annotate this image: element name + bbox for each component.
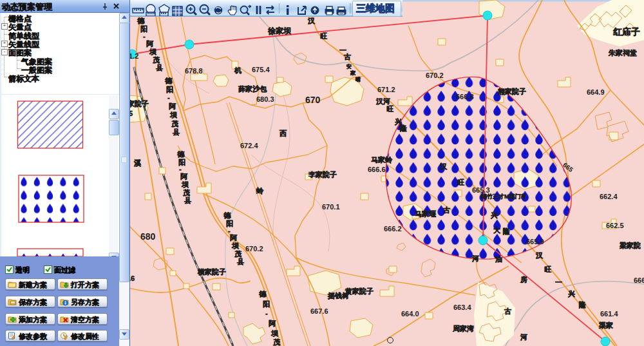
svg-text:汉: 汉 — [307, 17, 316, 24]
svg-text:茂: 茂 — [183, 189, 190, 197]
svg-text:坝: 坝 — [181, 180, 189, 188]
svg-text:680: 680 — [140, 231, 156, 242]
svg-text:古: 古 — [343, 53, 351, 61]
svg-text:德: 德 — [176, 150, 185, 158]
svg-text:隆: 隆 — [579, 301, 586, 309]
svg-text:662.5: 662.5 — [606, 222, 624, 229]
svg-text:茂: 茂 — [153, 56, 160, 64]
svg-text:德: 德 — [137, 17, 145, 24]
svg-text:古: 古 — [504, 307, 511, 315]
svg-text:西: 西 — [279, 130, 287, 137]
svg-text:隆: 隆 — [503, 227, 510, 235]
svg-text:阳: 阳 — [166, 86, 173, 93]
svg-text:-: - — [265, 309, 268, 317]
svg-text:阿: 阿 — [230, 234, 238, 242]
svg-text:661.4: 661.4 — [600, 310, 618, 318]
svg-text:横家院子: 横家院子 — [197, 267, 226, 276]
svg-text:河: 河 — [471, 255, 479, 262]
svg-text:兴: 兴 — [567, 290, 575, 298]
svg-text:666.6: 666.6 — [368, 166, 386, 173]
svg-text:朱家祠堂: 朱家祠堂 — [608, 49, 637, 57]
svg-text:县: 县 — [156, 64, 163, 72]
svg-text:旺: 旺 — [457, 178, 464, 186]
svg-text:油: 油 — [495, 255, 502, 263]
svg-text:坝: 坝 — [270, 329, 278, 337]
svg-text:-: - — [179, 165, 182, 173]
svg-text:678.8: 678.8 — [185, 67, 203, 75]
svg-text:机: 机 — [234, 66, 242, 74]
svg-text:667.6: 667.6 — [310, 307, 328, 315]
svg-text:662.4: 662.4 — [600, 193, 618, 200]
svg-text:茂: 茂 — [234, 250, 242, 258]
svg-text:红庙子: 红庙子 — [612, 26, 640, 37]
svg-text:坝: 坝 — [169, 111, 177, 119]
svg-text:664.0: 664.0 — [401, 310, 419, 318]
svg-text:熊家院子: 熊家院子 — [498, 87, 526, 96]
svg-text:旺: 旺 — [386, 105, 393, 113]
svg-text:一: 一 — [555, 278, 562, 286]
svg-text:670.1: 670.1 — [322, 203, 340, 211]
svg-text:672.4: 672.4 — [240, 142, 258, 149]
svg-text:汉河: 汉河 — [375, 97, 390, 105]
svg-text:汉: 汉 — [535, 251, 544, 259]
svg-text:县: 县 — [184, 197, 191, 204]
svg-text:家: 家 — [350, 70, 356, 76]
svg-text:茂: 茂 — [273, 338, 280, 346]
svg-text:安: 安 — [346, 63, 352, 70]
svg-text:阿: 阿 — [269, 320, 276, 327]
svg-text:阿: 阿 — [146, 40, 154, 48]
svg-text:680.3: 680.3 — [256, 95, 274, 103]
svg-text:徐家坝: 徐家坝 — [267, 26, 291, 35]
svg-text:河: 河 — [520, 333, 527, 341]
svg-text:665.3: 665.3 — [472, 186, 490, 194]
svg-text:茂: 茂 — [171, 120, 178, 128]
svg-text:坝: 坝 — [231, 242, 239, 249]
svg-text:旺: 旺 — [320, 32, 327, 40]
svg-text:隆: 隆 — [400, 124, 407, 132]
svg-text:绵竹三才M花门市: 绵竹三才M花门市 — [481, 193, 527, 200]
svg-text:坝: 坝 — [149, 48, 156, 55]
svg-text:李家院子: 李家院子 — [308, 170, 337, 178]
svg-text:县: 县 — [237, 258, 244, 265]
svg-text:阳: 阳 — [263, 300, 270, 308]
svg-text:梁家院: 梁家院 — [620, 241, 641, 249]
svg-text:666: 666 — [634, 276, 644, 284]
svg-text:兴: 兴 — [490, 211, 498, 219]
svg-text:县: 县 — [173, 128, 180, 136]
svg-text:-: - — [167, 93, 170, 101]
svg-text:嘴: 嘴 — [355, 77, 361, 82]
svg-text:666.8: 666.8 — [456, 93, 474, 101]
svg-text:675.4: 675.4 — [252, 66, 270, 73]
svg-text:663.4: 663.4 — [453, 303, 471, 311]
svg-text:阿: 阿 — [180, 173, 188, 180]
svg-text:薛家沙包: 薛家沙包 — [238, 85, 267, 93]
svg-text:1.2: 1.2 — [129, 52, 138, 60]
svg-text:马家堰: 马家堰 — [415, 210, 436, 218]
svg-text:664.9: 664.9 — [587, 88, 605, 96]
svg-text:-: - — [143, 32, 146, 40]
svg-text:665.9: 665.9 — [526, 238, 544, 245]
svg-text:古: 古 — [442, 206, 450, 214]
svg-text:家院子: 家院子 — [129, 99, 149, 108]
svg-text:666.2: 666.2 — [384, 225, 402, 233]
svg-text:671.2: 671.2 — [377, 86, 395, 93]
svg-text:摇钱树: 摇钱树 — [327, 292, 349, 300]
svg-text:大: 大 — [493, 226, 501, 234]
svg-text:670.2: 670.2 — [426, 72, 444, 79]
svg-text:670.2: 670.2 — [245, 245, 263, 253]
svg-text:周家湾: 周家湾 — [452, 325, 474, 332]
svg-text:蛉: 蛉 — [256, 187, 264, 195]
svg-text:德: 德 — [223, 211, 231, 219]
svg-text:德: 德 — [258, 290, 267, 298]
svg-text:汉: 汉 — [439, 162, 448, 170]
svg-text:阿: 阿 — [169, 102, 176, 110]
svg-text:德: 德 — [164, 77, 173, 84]
svg-text:旺: 旺 — [544, 265, 551, 273]
svg-text:670: 670 — [305, 95, 321, 105]
svg-text:溪: 溪 — [133, 159, 142, 167]
svg-text:渠家: 渠家 — [598, 322, 613, 329]
svg-text:房: 房 — [520, 276, 527, 284]
svg-text:马家蛉: 马家蛉 — [371, 156, 393, 164]
